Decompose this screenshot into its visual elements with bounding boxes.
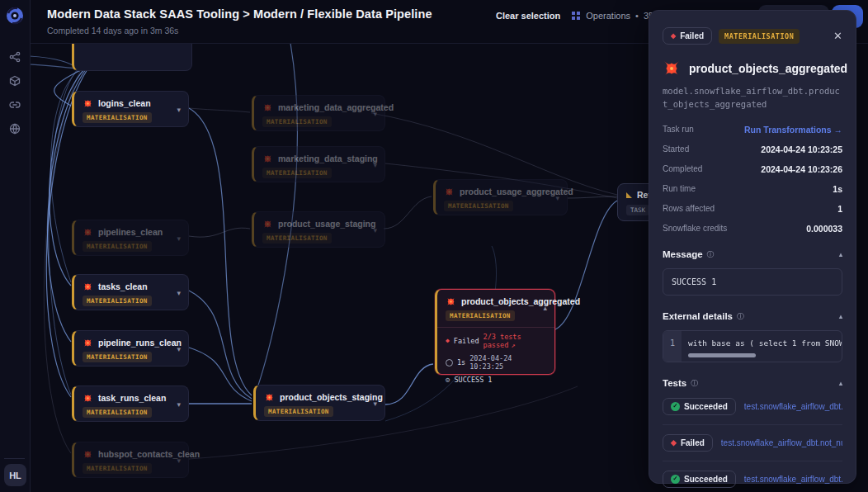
info-icon[interactable]: [707, 249, 715, 260]
cube-icon[interactable]: [9, 75, 21, 87]
pipeline-node[interactable]: product_objects_staging MATERIALISATION: [253, 385, 385, 421]
field-label: Task run: [663, 125, 694, 134]
chevron-up-icon[interactable]: [543, 304, 547, 312]
pipeline-node[interactable]: hubspot_contacts_clean MATERIALISATION: [72, 442, 189, 478]
field-label: Rows affected: [663, 204, 715, 213]
node-title: task_runs_clean: [98, 393, 166, 403]
test-status-pill: Failed: [663, 434, 713, 452]
close-icon[interactable]: [833, 30, 842, 42]
dot-separator: •: [635, 11, 639, 21]
app-logo[interactable]: [5, 6, 25, 26]
field-value[interactable]: 2024-04-24 10:23:25: [761, 144, 842, 154]
chevron-down-icon[interactable]: [177, 457, 181, 465]
dbt-icon: [83, 337, 93, 348]
chevron-down-icon[interactable]: [373, 110, 377, 118]
chevron-down-icon[interactable]: [373, 400, 377, 408]
message-body: SUCCESS 1: [663, 268, 842, 296]
pipeline-node[interactable]: pipelines_clean MATERIALISATION: [72, 220, 189, 256]
pipeline-node[interactable]: logins_clean MATERIALISATION: [72, 91, 189, 127]
collapse-icon[interactable]: [839, 313, 842, 320]
horizontal-scrollbar[interactable]: [688, 353, 756, 357]
operations-counter[interactable]: Operations • 35: [572, 11, 653, 21]
field-label: Snowflake credits: [663, 224, 727, 233]
breadcrumb: Modern Data Stack SAAS Tooling > Modern …: [47, 7, 432, 21]
chevron-down-icon[interactable]: [177, 289, 181, 297]
globe-icon[interactable]: [9, 123, 21, 135]
pipeline-node[interactable]: marketing_data_staging MATERIALISATION: [252, 146, 385, 182]
message-heading: Message: [663, 249, 703, 259]
user-avatar[interactable]: HL: [4, 464, 26, 486]
field-row: Completed 2024-04-24 10:23:26: [663, 164, 842, 174]
clear-selection-button[interactable]: Clear selection: [496, 11, 560, 21]
pipeline-node[interactable]: pipeline_runs_clean MATERIALISATION: [72, 330, 189, 367]
test-status-label: Succeeded: [684, 402, 728, 411]
materialisation-badge: MATERIALISATION: [264, 406, 333, 417]
pipeline-node[interactable]: task_runs_clean MATERIALISATION: [72, 386, 189, 422]
test-row: Failed test.snowflake_airflow_dbt.not_nu…: [663, 425, 842, 461]
status-pill: Failed: [663, 27, 712, 45]
dbt-icon: [83, 226, 93, 237]
node-status: Failed: [454, 337, 479, 345]
chevron-down-icon[interactable]: [555, 194, 559, 202]
materialisation-badge: MATERIALISATION: [262, 168, 332, 178]
test-link[interactable]: test.snowflake_airflow_dbt.not_null_pr: [744, 475, 842, 484]
dbt-icon: [446, 296, 456, 306]
collapse-icon[interactable]: [839, 251, 842, 258]
field-label: Completed: [663, 164, 702, 173]
field-label: Started: [663, 144, 689, 154]
dbt-icon: [83, 448, 93, 459]
pipeline-node[interactable]: tasks_clean MATERIALISATION: [72, 274, 189, 310]
pipeline-node[interactable]: product_usage_staging MATERIALISATION: [252, 211, 385, 248]
dbt-icon: [83, 392, 93, 403]
field-value[interactable]: 2024-04-24 10:23:26: [761, 164, 842, 174]
field-value[interactable]: 1s: [833, 184, 842, 194]
test-link[interactable]: test.snowflake_airflow_dbt.not_null_pr: [721, 438, 842, 447]
pipeline-node[interactable]: marketing_data_aggregated MATERIALISATIO…: [252, 95, 385, 131]
dbt-icon: [262, 153, 273, 163]
tests-summary-link[interactable]: 2/3 tests passed: [484, 333, 547, 349]
test-link[interactable]: test.snowflake_airflow_dbt.unique_pro: [744, 402, 842, 411]
task-type-icon: [626, 192, 632, 198]
chevron-down-icon[interactable]: [373, 226, 377, 234]
task-badge: TASK: [626, 205, 649, 215]
flow-icon[interactable]: [9, 51, 21, 63]
line-number: 1: [663, 331, 682, 362]
node-title: logins_clean: [98, 98, 151, 108]
dbt-icon: [663, 59, 681, 78]
materialisation-badge: MATERIALISATION: [83, 407, 152, 418]
chevron-down-icon[interactable]: [177, 234, 181, 243]
operations-grid-icon: [572, 12, 575, 15]
pipeline-node[interactable]: product_usage_aggregated MATERIALISATION: [433, 179, 568, 215]
dbt-icon: [264, 391, 275, 402]
operations-label: Operations: [586, 11, 630, 21]
test-status-label: Succeeded: [684, 475, 728, 484]
materialisation-badge: MATERIALISATION: [262, 233, 332, 244]
field-value[interactable]: 1: [837, 204, 842, 214]
status-label: Failed: [680, 31, 704, 40]
chevron-down-icon[interactable]: [177, 345, 181, 353]
node-message: SUCCESS 1: [454, 376, 492, 384]
materialisation-badge: MATERIALISATION: [83, 463, 152, 474]
detail-fields: Task run Run Transformations → Started 2…: [663, 125, 842, 234]
info-icon[interactable]: [737, 311, 744, 322]
info-icon[interactable]: [691, 378, 698, 389]
collapse-icon[interactable]: [839, 380, 842, 387]
clock-icon: [446, 359, 453, 367]
materialisation-badge: MATERIALISATION: [83, 241, 152, 252]
node-title: pipeline_runs_clean: [98, 338, 182, 348]
tests-section: Tests Succeeded test.snowflake_airflow_d…: [663, 378, 842, 492]
test-status-icon: [671, 402, 680, 411]
chevron-down-icon[interactable]: [177, 400, 181, 409]
panel-title: product_objects_aggregated: [689, 62, 847, 75]
selected-pipeline-node[interactable]: product_objects_aggregated MATERIALISATI…: [435, 289, 555, 375]
test-status-pill: Succeeded: [663, 471, 736, 488]
materialisation-badge: MATERIALISATION: [83, 296, 152, 306]
chevron-down-icon[interactable]: [373, 161, 377, 169]
link-icon[interactable]: [9, 99, 21, 111]
field-value[interactable]: Run Transformations →: [744, 125, 842, 135]
sql-code-block: 1 with base as ( select 1 from SNOWFLAKE: [663, 330, 842, 362]
chevron-down-icon[interactable]: [177, 106, 181, 114]
field-value[interactable]: 0.000033: [806, 224, 842, 234]
field-row: Task run Run Transformations →: [663, 125, 842, 135]
node-divider: [437, 327, 554, 328]
